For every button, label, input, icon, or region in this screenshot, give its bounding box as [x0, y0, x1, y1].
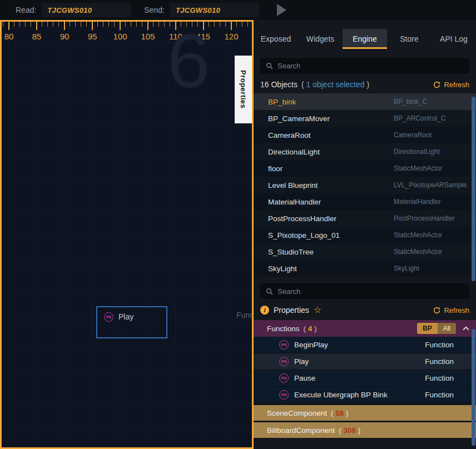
panel-tab[interactable]: Exposed: [254, 29, 298, 49]
play-triangle-icon[interactable]: [277, 4, 286, 16]
properties-search[interactable]: [260, 283, 469, 299]
object-class: StaticMeshActor: [394, 231, 442, 239]
function-filter-toggle: BP All: [417, 323, 456, 334]
object-class: CameraRoot: [394, 131, 432, 139]
component-section-count: ( 58 ): [331, 409, 349, 417]
read-value: TJCGWS010: [47, 6, 92, 14]
fn-icon-text: FN: [106, 315, 111, 319]
panel-tab-bar: Exposed Widgets Engine Store: [254, 29, 476, 49]
fn-icon: FN: [279, 357, 289, 366]
fn-icon: FN: [279, 390, 289, 400]
object-row[interactable]: floor StaticMeshActor: [254, 160, 476, 177]
fn-icon: FN: [279, 340, 289, 350]
object-class: StaticMeshActor: [394, 248, 442, 256]
panel-tab-label: Engine: [353, 34, 377, 43]
object-row[interactable]: S_StudioTree StaticMeshActor: [254, 243, 476, 260]
panel-tab[interactable]: API Log: [432, 29, 476, 49]
ruler-number: 100: [106, 32, 134, 41]
function-type: Function: [425, 374, 454, 382]
object-name: S_StudioTree: [268, 248, 394, 256]
graph-canvas[interactable]: 80 85 90 95 100 105 110 115: [0, 20, 254, 449]
properties-side-tab[interactable]: Properties: [235, 56, 252, 123]
right-panel: Exposed Widgets Engine Store: [254, 20, 476, 449]
function-row[interactable]: FN Play Function: [254, 353, 476, 370]
properties-refresh-button[interactable]: Refresh: [433, 306, 469, 315]
app-root: Read: TJCGWS010 Send: TJCGWS010 80 85: [0, 0, 476, 449]
object-row[interactable]: SkyLight SkyLight: [254, 260, 476, 277]
object-name: SkyLight: [268, 265, 394, 273]
objects-refresh-button[interactable]: Refresh: [433, 81, 469, 89]
properties-header: i Properties ☆ Refresh: [260, 306, 469, 315]
component-sections: SceneComponent ( 58 ) BillboardComponent…: [254, 403, 476, 438]
component-section-header[interactable]: SceneComponent ( 58 ): [254, 405, 476, 421]
properties-side-tab-label: Properties: [239, 70, 247, 108]
component-section-count: ( 308 ): [339, 426, 360, 435]
properties-scrollbar[interactable]: [472, 329, 475, 446]
object-row[interactable]: BP_CameraMover BP_ARControl_C: [254, 110, 476, 127]
object-class: SkyLight: [394, 265, 419, 272]
object-name: PostProcessHandler: [268, 214, 394, 223]
functions-count: ( 4 ): [304, 325, 317, 333]
objects-header: 16 Objects ( 1 object selected ) Refresh: [260, 80, 469, 89]
collapse-chevron-icon[interactable]: [463, 326, 469, 332]
function-name: Pause: [294, 374, 315, 382]
panel-tab[interactable]: Engine: [343, 29, 387, 49]
object-search[interactable]: [260, 58, 469, 73]
object-row[interactable]: BP_bink BP_bink_C: [254, 93, 476, 110]
clipped-canvas-label: Func: [236, 311, 254, 320]
panel-tab-label: Widgets: [306, 34, 335, 43]
search-icon: [266, 62, 273, 69]
ruler-number: 105: [134, 32, 162, 41]
object-class: StaticMeshActor: [394, 164, 442, 172]
object-row[interactable]: S_Pixotope_Logo_01 StaticMeshActor: [254, 227, 476, 243]
object-row[interactable]: DirectionalLight DirectionalLight: [254, 143, 476, 160]
filter-bp-button[interactable]: BP: [417, 323, 438, 334]
object-class: BP_bink_C: [394, 98, 427, 106]
object-name: BP_CameraMover: [268, 114, 394, 123]
object-row[interactable]: CameraRoot CameraRoot: [254, 127, 476, 143]
object-row[interactable]: MaterialHandler MaterialHandler: [254, 193, 476, 210]
functions-title: Functions: [267, 325, 300, 333]
object-name: Level Blueprint: [268, 181, 394, 189]
read-label: Read:: [16, 6, 36, 14]
main-area: 80 85 90 95 100 105 110 115: [0, 20, 476, 449]
object-row[interactable]: PostProcessHandler PostProcessHandler: [254, 210, 476, 227]
panel-tab-label: Exposed: [261, 34, 291, 43]
send-value: TJCGWS010: [176, 6, 220, 14]
objects-selected-note: ( 1 object selected ): [301, 80, 369, 89]
panel-tab-label: Store: [400, 34, 418, 43]
function-row[interactable]: FN BeginPlay Function: [254, 337, 476, 353]
object-row[interactable]: Level Blueprint LVL_PixotopeARSample..: [254, 177, 476, 193]
play-function-node[interactable]: FN Play: [96, 306, 167, 338]
send-input[interactable]: TJCGWS010: [170, 3, 259, 17]
object-name: floor: [268, 164, 394, 173]
properties-search-input[interactable]: [277, 287, 464, 296]
object-class: DirectionalLight: [394, 148, 440, 156]
function-type: Function: [425, 341, 454, 349]
object-class: PostProcessHandler: [394, 214, 454, 222]
favorite-star-icon[interactable]: ☆: [314, 306, 321, 315]
play-node-label: Play: [118, 312, 133, 321]
object-list: BP_bink BP_bink_C BP_CameraMover BP_ARCo…: [254, 93, 476, 277]
panel-tab[interactable]: Widgets: [298, 29, 343, 49]
function-row[interactable]: FN Execute Ubergraph BP Bink Function: [254, 387, 476, 403]
object-class: BP_ARControl_C: [394, 114, 445, 122]
object-search-input[interactable]: [277, 62, 464, 70]
object-name: MaterialHandler: [268, 198, 394, 206]
ruler-numbers: 80 85 90 95 100 105 110 115: [0, 32, 254, 41]
functions-section-header[interactable]: Functions ( 4 ) BP All: [254, 320, 476, 337]
filter-all-button[interactable]: All: [438, 323, 456, 334]
search-icon: [266, 288, 273, 295]
function-row[interactable]: FN Pause Function: [254, 370, 476, 387]
ruler-number: 125: [245, 32, 254, 41]
component-section-header[interactable]: BillboardComponent ( 308 ): [254, 422, 476, 438]
horizontal-ruler: 80 85 90 95 100 105 110 115: [2, 22, 252, 45]
panel-tab[interactable]: Store: [387, 29, 432, 49]
read-input[interactable]: TJCGWS010: [42, 3, 131, 17]
refresh-label: Refresh: [444, 81, 469, 89]
info-icon[interactable]: i: [260, 306, 269, 315]
panel-tab-label: API Log: [440, 34, 468, 43]
function-name: BeginPlay: [294, 341, 328, 349]
top-bar: Read: TJCGWS010 Send: TJCGWS010: [0, 0, 476, 20]
object-list-scrollbar[interactable]: [472, 97, 475, 281]
